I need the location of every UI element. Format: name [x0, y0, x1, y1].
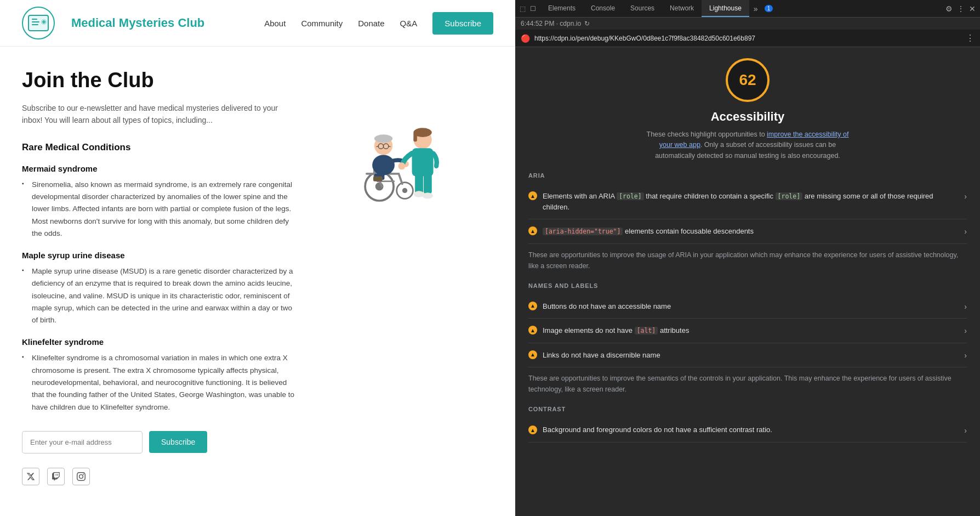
list-item: Klinefelter syndrome is a chromosomal va… — [22, 352, 296, 413]
aria-item-1-text: Elements with an ARIA [role] that requir… — [543, 191, 954, 212]
cursor-icon[interactable]: ⬚ — [520, 5, 526, 13]
svg-point-21 — [372, 155, 395, 175]
twitter-icon[interactable] — [22, 468, 39, 485]
svg-point-10 — [402, 188, 407, 193]
chevron-icon-5: › — [964, 351, 967, 360]
devtools-content: 62 Accessibility These checks highlight … — [515, 47, 980, 516]
device-icon[interactable]: ☐ — [530, 5, 536, 13]
timestamp-text: 6:44:52 PM · cdpn.io — [521, 20, 581, 27]
section-aria-label: ARIA — [528, 172, 967, 179]
nav-donate[interactable]: Donate — [358, 19, 384, 28]
tab-network[interactable]: Network — [662, 0, 702, 17]
svg-point-35 — [423, 194, 433, 199]
aria-item-2[interactable]: ▲ [aria-hidden="true"] elements contain … — [528, 219, 967, 244]
site-logo — [22, 7, 55, 39]
svg-line-20 — [389, 146, 391, 147]
names-item-2[interactable]: ▲ Image elements do not have [alt] attri… — [528, 319, 967, 343]
navigation: Medical Mysteries Club About Community D… — [0, 0, 515, 47]
page-title: Join the Club — [22, 69, 296, 92]
content-left: Join the Club Subscribe to our e-newslet… — [22, 69, 296, 485]
condition-list-maple: Maple syrup urine disease (MSUD) is a ra… — [22, 265, 296, 326]
names-item-1[interactable]: ▲ Buttons do not have an accessible name… — [528, 294, 967, 319]
tab-sources[interactable]: Sources — [623, 0, 662, 17]
twitch-icon[interactable] — [47, 468, 65, 485]
score-container: 62 Accessibility These checks highlight … — [528, 58, 967, 161]
devtools-urlbar: 🔴 https://cdpn.io/pen/debug/KKebGwO/0d8e… — [515, 30, 980, 47]
chevron-icon-6: › — [964, 426, 967, 435]
site-title: Medical Mysteries Club — [71, 16, 204, 30]
tab-lighthouse[interactable]: Lighthouse — [702, 0, 749, 17]
aria-item-2-text: [aria-hidden="true"] elements contain fo… — [543, 226, 954, 237]
more-tabs-icon[interactable]: » — [754, 4, 758, 13]
svg-rect-1 — [32, 19, 37, 20]
content-right — [318, 69, 471, 485]
subscribe-row: Subscribe — [22, 431, 296, 453]
warning-icon-1: ▲ — [528, 191, 537, 200]
refresh-icon[interactable]: ↻ — [584, 20, 590, 27]
more-options-icon[interactable]: ⋮ — [957, 4, 965, 13]
warning-icon-4: ▲ — [528, 326, 537, 334]
score-title: Accessibility — [711, 110, 785, 124]
condition-title-maple: Maple syrup urine disease — [22, 251, 296, 260]
chevron-icon-3: › — [964, 302, 967, 311]
list-item: Sirenomelia, also known as mermaid syndr… — [22, 179, 296, 240]
section-title: Rare Medical Conditions — [22, 142, 296, 153]
score-circle: 62 — [726, 58, 770, 102]
website-panel: Medical Mysteries Club About Community D… — [0, 0, 515, 516]
names-item-3[interactable]: ▲ Links do not have a discernible name › — [528, 343, 967, 368]
condition-list-klinefelter: Klinefelter syndrome is a chromosomal va… — [22, 352, 296, 413]
devtools-panel: ⬚ ☐ Elements Console Sources Network Lig… — [515, 0, 980, 516]
aria-item-1[interactable]: ▲ Elements with an ARIA [role] that requ… — [528, 184, 967, 219]
svg-point-29 — [398, 162, 405, 169]
warning-icon-6: ▲ — [528, 426, 537, 434]
names-item-1-text: Buttons do not have an accessible name — [543, 301, 954, 312]
nav-about[interactable]: About — [264, 19, 286, 28]
svg-rect-2 — [32, 21, 39, 22]
chevron-icon-1: › — [964, 192, 967, 201]
nav-subscribe-button[interactable]: Subscribe — [432, 12, 493, 35]
subscribe-button[interactable]: Subscribe — [149, 431, 207, 453]
chevron-icon-4: › — [964, 326, 967, 335]
svg-rect-27 — [413, 133, 417, 142]
names-opportunity-text: These are opportunities to improve the s… — [528, 373, 967, 395]
page-subtitle: Subscribe to our e-newsletter and have m… — [22, 102, 296, 127]
warning-icon-2: ▲ — [528, 226, 537, 235]
names-item-2-text: Image elements do not have [alt] attribu… — [543, 325, 954, 336]
svg-point-15 — [374, 134, 392, 143]
aria-opportunity-text: These are opportunities to improve the u… — [528, 250, 967, 271]
svg-rect-31 — [424, 174, 432, 194]
contrast-item-1[interactable]: ▲ Background and foreground colors do no… — [528, 418, 967, 443]
instagram-icon[interactable] — [72, 468, 90, 485]
devtools-icons: ⚙ ⋮ ✕ — [945, 4, 976, 13]
svg-line-19 — [377, 146, 379, 147]
score-description: These checks highlight opportunities to … — [643, 129, 852, 161]
nav-qa[interactable]: Q&A — [400, 19, 418, 28]
main-content: Join the Club Subscribe to our e-newslet… — [0, 47, 515, 507]
score-number: 62 — [739, 71, 756, 89]
tab-elements[interactable]: Elements — [540, 0, 583, 17]
svg-rect-28 — [412, 148, 434, 176]
illustration — [323, 80, 466, 209]
names-item-3-text: Links do not have a discernible name — [543, 350, 954, 361]
svg-rect-24 — [373, 176, 383, 181]
condition-title-klinefelter: Klinefelter syndrome — [22, 337, 296, 347]
email-field[interactable] — [22, 431, 143, 453]
warning-icon-3: ▲ — [528, 302, 537, 310]
svg-rect-3 — [32, 24, 38, 25]
security-icon: 🔴 — [521, 34, 530, 43]
contrast-item-1-text: Background and foreground colors do not … — [543, 424, 954, 435]
settings-icon[interactable]: ⚙ — [945, 4, 953, 13]
devtools-topbar: ⬚ ☐ Elements Console Sources Network Lig… — [515, 0, 980, 18]
dt-badge: 1 — [765, 5, 773, 12]
url-menu-icon[interactable]: ⋮ — [966, 33, 975, 43]
close-devtools-icon[interactable]: ✕ — [969, 4, 976, 13]
list-item: Maple syrup urine disease (MSUD) is a ra… — [22, 265, 296, 326]
condition-title-mermaid: Mermaid syndrome — [22, 164, 296, 173]
url-text: https://cdpn.io/pen/debug/KKebGwO/0d8ee1… — [534, 35, 961, 42]
nav-links: About Community Donate Q&A Subscribe — [264, 12, 493, 35]
tab-console[interactable]: Console — [583, 0, 623, 17]
nav-community[interactable]: Community — [301, 19, 343, 28]
section-names-label: NAMES AND LABELS — [528, 282, 967, 289]
svg-point-34 — [414, 192, 424, 197]
devtools-timestamp: 6:44:52 PM · cdpn.io ↻ — [515, 18, 980, 30]
